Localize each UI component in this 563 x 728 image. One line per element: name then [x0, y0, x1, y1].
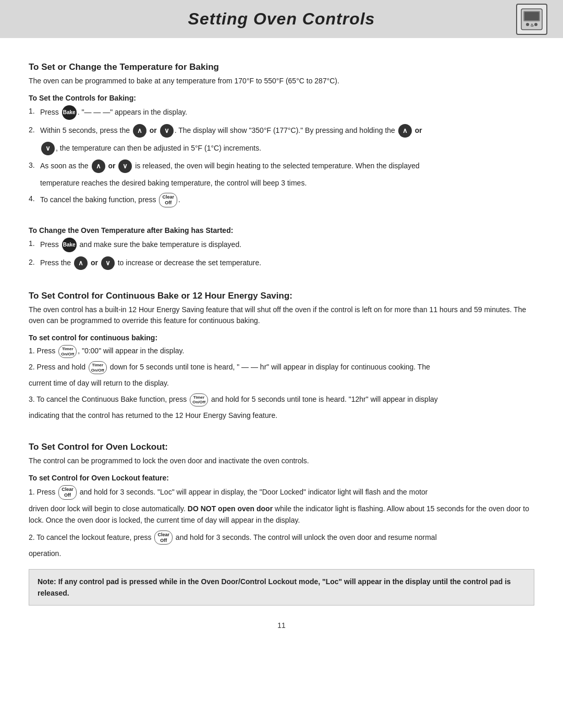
- page: Setting Oven Controls ♨ To Set or Change…: [0, 0, 563, 728]
- svg-text:♨: ♨: [530, 23, 534, 28]
- bake-button-icon: Bake: [62, 238, 77, 252]
- step-change-1: 1. Press Bake and make sure the bake tem…: [29, 238, 534, 252]
- oven-icon: ♨: [516, 4, 547, 35]
- step-1-2-continuation: ∨, the temperature can then be adjusted …: [29, 142, 534, 155]
- step-number: 2.: [29, 256, 40, 268]
- svg-point-3: [526, 23, 529, 26]
- down-arrow-icon: ∨: [118, 159, 132, 173]
- lockout-step-1-continuation: driven door lock will begin to close aut…: [29, 503, 534, 526]
- svg-point-4: [534, 23, 537, 26]
- step-text: Press Bake and make sure the bake temper…: [40, 238, 534, 252]
- continuous-step-2: 2. Press and hold TimerOn/Off down for 5…: [29, 361, 534, 374]
- svg-rect-2: [524, 12, 539, 20]
- step-number: 3.: [29, 159, 40, 171]
- continuous-step-3-continuation: indicating that the control has returned…: [29, 410, 534, 421]
- step-change-2: 2. Press the ∧ or ∨ to increase or decre…: [29, 256, 534, 270]
- lockout-step-1: 1. Press ClearOff and hold for 3 seconds…: [29, 485, 534, 500]
- step-number: 1.: [29, 105, 40, 117]
- section1-title: To Set or Change the Temperature for Bak…: [29, 62, 534, 72]
- sub1-heading: To Set the Controls for Baking:: [29, 94, 534, 102]
- step-1-4: 4. To cancel the baking function, press …: [29, 193, 534, 207]
- do-not-open-warning: DO NOT open oven door: [188, 504, 273, 513]
- timer-button-icon: TimerOn/Off: [89, 361, 107, 374]
- content-area: To Set or Change the Temperature for Bak…: [0, 38, 563, 650]
- section2-intro: The oven control has a built-in 12 Hour …: [29, 304, 534, 326]
- up-arrow-icon: ∧: [92, 159, 105, 173]
- step-text: As soon as the ∧ or ∨ is released, the o…: [40, 159, 534, 173]
- section2-sub-heading: To set control for continuous baking:: [29, 334, 534, 342]
- note-box: Note: If any control pad is pressed whil…: [29, 569, 534, 606]
- clear-off-button-icon: ClearOff: [159, 193, 177, 207]
- section2-title: To Set Control for Continuous Bake or 12…: [29, 291, 534, 301]
- step-1-3: 3. As soon as the ∧ or ∨ is released, th…: [29, 159, 534, 173]
- step-number: 2.: [29, 124, 40, 135]
- section3-sub-heading: To set Control for Oven Lockout feature:: [29, 474, 534, 482]
- step-1-1: 1. Press Bake. "— — —" appears in the di…: [29, 105, 534, 120]
- up-arrow-icon: ∧: [133, 124, 146, 138]
- step-number: 4.: [29, 193, 40, 204]
- lockout-step-2-continuation: operation.: [29, 548, 534, 559]
- step-text: Press the ∧ or ∨ to increase or decrease…: [40, 256, 534, 270]
- continuous-step-2-continuation: current time of day will return to the d…: [29, 377, 534, 389]
- step-1-3-continuation: temperature reaches the desired baking t…: [29, 177, 534, 189]
- continuous-step-3: 3. To cancel the Continuous Bake functio…: [29, 393, 534, 406]
- continuous-step-1: 1. Press TimerOn/Off, "0:00" will appear…: [29, 345, 534, 358]
- sub2-heading: To Change the Oven Temperature after Bak…: [29, 226, 534, 235]
- timer-button-icon: TimerOn/Off: [58, 345, 77, 358]
- page-number: 11: [29, 621, 534, 630]
- lockout-step-2: 2. To cancel the lockout feature, press …: [29, 530, 534, 545]
- section3-title: To Set Control for Oven Lockout:: [29, 442, 534, 452]
- clear-off-button-icon: ClearOff: [154, 530, 173, 545]
- page-title: Setting Oven Controls: [188, 9, 375, 29]
- step-number: 1.: [29, 238, 40, 249]
- down-arrow-icon: ∨: [41, 142, 55, 155]
- down-arrow-icon: ∨: [101, 256, 115, 270]
- down-arrow-icon: ∨: [160, 124, 174, 138]
- note-text: Note: If any control pad is pressed whil…: [38, 577, 511, 597]
- up-arrow-icon: ∧: [398, 124, 412, 138]
- step-1-2: 2. Within 5 seconds, press the ∧ or ∨. T…: [29, 124, 534, 138]
- bake-button-icon: Bake: [62, 105, 77, 120]
- step-text: Within 5 seconds, press the ∧ or ∨. The …: [40, 124, 534, 138]
- up-arrow-icon: ∧: [74, 256, 88, 270]
- section1-intro: The oven can be programmed to bake at an…: [29, 76, 534, 87]
- timer-button-icon: TimerOn/Off: [190, 393, 208, 406]
- step-text: Press Bake. "— — —" appears in the displ…: [40, 105, 534, 120]
- clear-off-button-icon: ClearOff: [58, 485, 77, 500]
- step-text: To cancel the baking function, press Cle…: [40, 193, 534, 207]
- section3-intro: The control can be programmed to lock th…: [29, 455, 534, 466]
- page-header: Setting Oven Controls ♨: [0, 0, 563, 38]
